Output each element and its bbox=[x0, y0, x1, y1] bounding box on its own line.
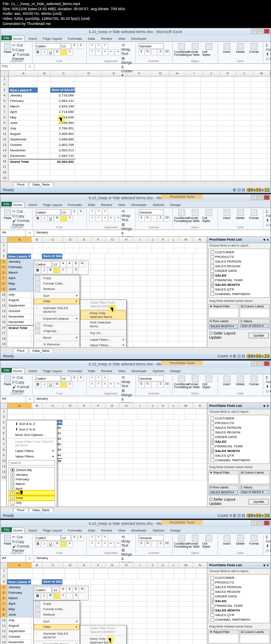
mt-bold-icon[interactable]: B bbox=[35, 593, 41, 599]
ribbon-tab-view[interactable]: View bbox=[116, 202, 127, 208]
checkbox-icon[interactable] bbox=[210, 278, 214, 282]
align-bottom-icon[interactable]: ≡ bbox=[102, 209, 108, 215]
ribbon-tab-page-layout[interactable]: Page Layout bbox=[41, 36, 64, 41]
maximize-button[interactable]: □ bbox=[257, 521, 263, 526]
table-row[interactable]: January bbox=[7, 259, 31, 264]
bold-button[interactable]: B bbox=[35, 541, 41, 547]
table-row[interactable]: September bbox=[9, 137, 38, 142]
align-left-icon[interactable]: ≡ bbox=[89, 541, 95, 547]
field-sales-month[interactable]: ✓SALES MONTH bbox=[210, 449, 268, 453]
mt-currency-icon[interactable]: $ bbox=[73, 587, 79, 593]
comma-icon[interactable]: , bbox=[151, 49, 157, 55]
cell-styles-button[interactable]: Cell Styles bbox=[202, 43, 215, 59]
field-sales[interactable]: ✓SALES bbox=[210, 599, 268, 603]
comma-icon[interactable]: , bbox=[151, 541, 157, 547]
table-row[interactable]: April bbox=[7, 276, 31, 281]
field-sales[interactable]: ✓SALES bbox=[210, 439, 268, 444]
align-right-icon[interactable]: ≡ bbox=[102, 382, 108, 388]
mt-bold-icon[interactable]: B bbox=[35, 268, 41, 274]
mt-fill-icon[interactable] bbox=[54, 593, 60, 599]
paste-button[interactable]: Paste bbox=[4, 43, 11, 59]
delete-cells-button[interactable]: Delete bbox=[234, 43, 247, 59]
paste-button[interactable]: Paste bbox=[4, 535, 11, 551]
column-header-G[interactable]: G bbox=[105, 403, 119, 408]
format-cells-button[interactable]: Format bbox=[248, 375, 260, 392]
clear-button[interactable]: ◇ Clear bbox=[266, 389, 271, 393]
file-tab[interactable]: File bbox=[1, 36, 12, 40]
increase-font-icon[interactable]: A bbox=[72, 535, 77, 541]
ribbon-tab-options[interactable]: Options bbox=[150, 368, 166, 374]
sheet-tab-pivot[interactable]: Pivot bbox=[13, 182, 28, 186]
select-all-corner[interactable] bbox=[0, 562, 8, 568]
field-customer[interactable]: CUSTOMER bbox=[210, 416, 268, 421]
column-header-J[interactable]: J bbox=[147, 237, 158, 242]
name-box[interactable]: F11 bbox=[0, 64, 26, 70]
font-color-button[interactable]: A bbox=[67, 216, 73, 222]
row-area-item[interactable]: SALES MONTH ▾ bbox=[209, 324, 238, 329]
checkbox-icon[interactable]: ✓ bbox=[210, 608, 214, 612]
column-labels-area[interactable]: ⊞ Column Labels bbox=[240, 304, 270, 309]
decrease-font-icon[interactable]: A bbox=[78, 375, 84, 381]
column-header-B[interactable]: B bbox=[32, 237, 42, 242]
mt-decimal-icon[interactable]: .0 bbox=[73, 268, 79, 274]
paste-button[interactable]: Paste bbox=[4, 209, 11, 225]
align-center-icon[interactable]: ≡ bbox=[96, 382, 102, 388]
chk-january[interactable]: ✓January bbox=[9, 472, 55, 477]
percent-icon[interactable]: % bbox=[145, 541, 151, 547]
align-left-icon[interactable]: ≡ bbox=[89, 49, 95, 55]
column-header-I[interactable]: I bbox=[133, 403, 147, 408]
cut-button[interactable]: ✂ Cut bbox=[12, 375, 30, 380]
ribbon-tab-data[interactable]: Data bbox=[86, 36, 97, 41]
align-center-icon[interactable]: ≡ bbox=[96, 541, 102, 547]
mt-percent-icon[interactable]: % bbox=[79, 587, 85, 593]
field-sales-region[interactable]: SALES REGION bbox=[210, 264, 268, 269]
currency-icon[interactable]: $ bbox=[138, 49, 144, 55]
update-button[interactable]: Update bbox=[249, 333, 269, 338]
checkbox-icon[interactable]: ✓ bbox=[210, 283, 214, 287]
checkbox-icon[interactable]: ✓ bbox=[210, 599, 214, 603]
mt-decimal-icon[interactable]: .0 bbox=[73, 593, 79, 599]
chk-may[interactable]: ✓May bbox=[9, 491, 55, 496]
fx-icon[interactable]: fx bbox=[26, 556, 34, 562]
select-all-corner[interactable] bbox=[0, 237, 8, 242]
mt-comma-icon[interactable]: , bbox=[66, 268, 72, 274]
insert-cells-button[interactable]: Insert bbox=[221, 535, 233, 551]
sort-za[interactable]: ⬆ Sort Z to A bbox=[8, 427, 56, 432]
table-row[interactable]: December bbox=[7, 320, 31, 325]
align-top-icon[interactable]: ≡ bbox=[89, 209, 95, 215]
mt-shrink-font-icon[interactable]: A bbox=[66, 261, 72, 267]
checkbox-icon[interactable] bbox=[210, 618, 214, 622]
row-labels-area[interactable]: ⊟ Row Labels bbox=[209, 485, 238, 490]
file-tab[interactable]: File bbox=[1, 527, 12, 532]
ribbon-tab-developer[interactable]: Developer bbox=[129, 368, 149, 374]
field-financial-year[interactable]: FINANCIAL YEAR bbox=[210, 603, 268, 608]
column-header-M[interactable]: M bbox=[179, 237, 193, 242]
column-header-F[interactable]: F bbox=[91, 237, 105, 242]
cm-subtotal[interactable]: Subtotal 'SALES MONTH' bbox=[34, 305, 80, 315]
mt-font[interactable] bbox=[35, 587, 52, 593]
conditional-formatting-button[interactable]: Conditional Formatting bbox=[175, 209, 188, 225]
cm-sort[interactable]: Sort bbox=[34, 619, 80, 624]
sheet-tab-data_table[interactable]: Data_Table bbox=[29, 182, 53, 186]
table-row[interactable]: September bbox=[7, 303, 31, 308]
fs-value-filters[interactable]: Value Filters... bbox=[80, 343, 126, 347]
table-row[interactable]: January bbox=[7, 585, 31, 590]
clear-button[interactable]: ◇ Clear bbox=[266, 223, 271, 227]
column-header-H[interactable]: H bbox=[119, 562, 133, 568]
conditional-formatting-button[interactable]: Conditional Formatting bbox=[175, 535, 188, 551]
table-row[interactable]: July bbox=[7, 618, 31, 623]
value-area-item[interactable]: Sum of SALES ▾ bbox=[241, 324, 269, 328]
mt-size[interactable] bbox=[52, 587, 60, 593]
currency-icon[interactable]: $ bbox=[138, 382, 144, 388]
align-bottom-icon[interactable]: ≡ bbox=[102, 535, 108, 541]
border-button[interactable]: ⊞ bbox=[54, 541, 60, 547]
cm-format-cells[interactable]: Format Cells... bbox=[34, 606, 80, 612]
close-button[interactable]: × bbox=[264, 361, 270, 366]
checkbox-icon[interactable] bbox=[210, 604, 214, 608]
mt-grow-font-icon[interactable]: A bbox=[60, 261, 66, 267]
field-customer[interactable]: CUSTOMER bbox=[210, 575, 268, 580]
insert-cells-button[interactable]: Insert bbox=[221, 43, 233, 59]
wrap-text-button[interactable]: ⟲ Wrap Text bbox=[122, 209, 133, 222]
table-row[interactable]: August bbox=[7, 623, 31, 628]
align-right-icon[interactable]: ≡ bbox=[102, 216, 108, 222]
